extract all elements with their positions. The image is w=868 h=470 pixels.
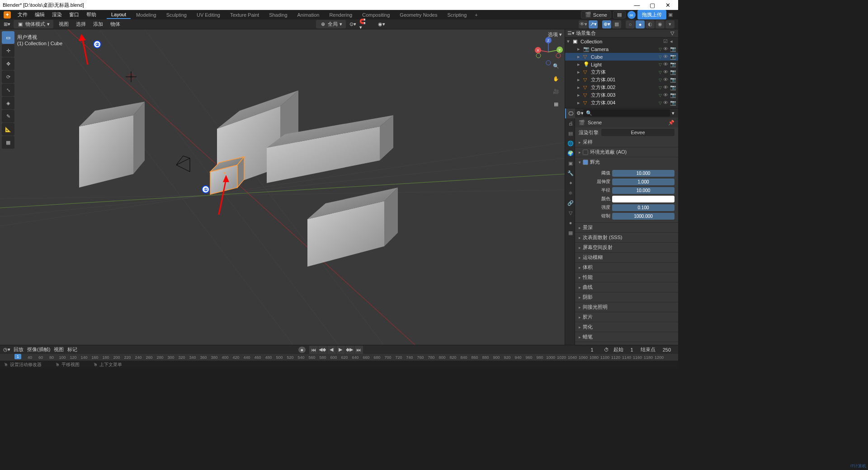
panel-2[interactable]: ▸屏幕空间反射 [575, 243, 678, 252]
panel-0[interactable]: ▸景深 [575, 223, 678, 232]
playhead[interactable]: 1 [14, 354, 21, 359]
properties-search[interactable]: 🔍 [583, 109, 670, 117]
menu-view[interactable]: 视图 [57, 20, 71, 28]
panel-11[interactable]: ▸蜡笔 [575, 332, 678, 342]
proportional-icon[interactable]: ◉▾ [378, 21, 385, 27]
outliner-item-4[interactable]: ▸▽立方体.001▽👁📷 [565, 76, 678, 84]
panel-8[interactable]: ▸间接光照明 [575, 302, 678, 312]
pivot-icon[interactable]: ⊙▾ [349, 21, 356, 27]
measure-tool[interactable]: 📐 [2, 123, 14, 136]
timeline-marker[interactable]: 标记 [67, 346, 77, 353]
timeline-keying[interactable]: 抠像(插帧) [27, 346, 50, 353]
panel-6[interactable]: ▸曲线 [575, 282, 678, 292]
perspective-toggle-icon[interactable]: ▦ [551, 99, 561, 109]
menu-add[interactable]: 添加 [91, 20, 105, 28]
wireframe-shading-icon[interactable]: ○ [626, 20, 635, 28]
auto-key-icon[interactable]: ● [298, 347, 306, 353]
panel-sampling[interactable]: ▸采样 [575, 137, 678, 147]
xray-icon[interactable]: ▩ [612, 20, 621, 28]
panel-9[interactable]: ▸胶片 [575, 312, 678, 322]
start-frame[interactable]: 1 [627, 346, 637, 353]
timeline-ruler[interactable]: 1 20406080100120140160180200220240260280… [0, 354, 678, 361]
tab-mesh-data[interactable]: ▽ [565, 208, 575, 218]
bloom-checkbox[interactable] [583, 160, 588, 165]
tab-view-layer[interactable]: ▤ [565, 128, 575, 138]
tab-object[interactable]: ▣ [565, 158, 575, 168]
maximize-button[interactable]: ▢ [645, 2, 660, 9]
filter-icon[interactable]: ▣ [668, 12, 675, 18]
annotate-tool[interactable]: ✎ [2, 110, 14, 122]
jump-start-icon[interactable]: ⏮ [309, 346, 318, 354]
outliner-item-6[interactable]: ▸▽立方体.003▽👁📷 [565, 91, 678, 99]
tab-material[interactable]: ● [565, 218, 575, 228]
timeline-playback[interactable]: 回放 [14, 346, 24, 353]
tab-sculpting[interactable]: Sculpting [162, 11, 191, 19]
panel-5[interactable]: ▸性能 [575, 273, 678, 282]
ao-checkbox[interactable] [583, 150, 588, 155]
tab-layout[interactable]: Layout [107, 11, 131, 19]
tab-rendering[interactable]: Rendering [325, 11, 357, 19]
cursor-tool[interactable]: ✛ [2, 44, 14, 57]
bloom-radius[interactable]: 10.000 [612, 187, 675, 194]
tab-render[interactable]: 🖵 [565, 108, 575, 118]
menu-render[interactable]: 渲染 [49, 10, 65, 19]
tab-uv-editing[interactable]: UV Editing [192, 11, 225, 19]
tab-constraint[interactable]: 🔗 [565, 198, 575, 208]
camera-view-icon[interactable]: 🎥 [551, 86, 561, 96]
play-icon[interactable]: ▶ [336, 346, 345, 354]
rendered-shading-icon[interactable]: ◉ [656, 20, 665, 28]
minimize-button[interactable]: — [629, 2, 645, 9]
editor-type-icon[interactable]: ⊞▾ [4, 21, 10, 27]
rotate-tool[interactable]: ⟳ [2, 70, 14, 83]
overlay-toggle-icon[interactable]: ⊕▾ [602, 20, 611, 28]
panel-4[interactable]: ▸体积 [575, 263, 678, 272]
solid-shading-icon[interactable]: ● [636, 20, 645, 28]
outliner-item-7[interactable]: ▸▽立方体.004▽👁📷 [565, 99, 678, 107]
tab-animation[interactable]: Animation [293, 11, 324, 19]
add-cube-tool[interactable]: ▦ [2, 136, 14, 149]
tab-scripting[interactable]: Scripting [443, 11, 471, 19]
outliner-icon[interactable]: ☰▾ [568, 30, 574, 36]
scene-selector[interactable]: 🎬Scene [581, 11, 611, 19]
timeline-view[interactable]: 视图 [54, 346, 64, 353]
bloom-threshold[interactable]: 10.000 [612, 170, 675, 177]
mode-selector[interactable]: ▣物体模式▾ [14, 20, 53, 28]
clock-icon[interactable]: ⏱ [604, 347, 610, 352]
3d-viewport[interactable]: 选项 ▾ ▭ ✛ ✥ ⟳ ⤡ ◈ ✎ 📐 ▦ 用户透视 (1) Collecti… [0, 29, 565, 345]
options-dropdown[interactable]: 选项 ▾ [548, 31, 562, 38]
panel-3[interactable]: ▸运动模糊 [575, 253, 678, 262]
visibility-icon[interactable]: 👁▾ [579, 20, 588, 28]
orientation-selector[interactable]: ⊕全局▾ [316, 20, 346, 28]
panel-bloom[interactable]: ▾辉光 [575, 157, 678, 167]
select-box-tool[interactable]: ▭ [2, 31, 14, 44]
material-shading-icon[interactable]: ◐ [646, 20, 655, 28]
keyframe-next-icon[interactable]: ◆▶ [345, 346, 354, 354]
pin-icon[interactable]: 📌 [668, 120, 675, 126]
outliner-item-8[interactable]: ▸▽立方体.005▽👁📷 [565, 107, 678, 108]
menu-object[interactable]: 物体 [108, 20, 122, 28]
tab-scene-props[interactable]: 🌐 [565, 138, 575, 148]
snap-icon[interactable]: 🧲▾ [359, 19, 366, 30]
tab-world[interactable]: 🌍 [565, 148, 575, 158]
menu-select[interactable]: 选择 [74, 20, 88, 28]
bloom-clamp[interactable]: 1000.000 [612, 213, 675, 220]
outliner-item-3[interactable]: ▸▽立方体▽👁📷 [565, 68, 678, 76]
current-frame[interactable]: 1 [584, 346, 599, 353]
tab-texture-paint[interactable]: Texture Paint [226, 11, 264, 19]
keyframe-prev-icon[interactable]: ◀◆ [318, 346, 327, 354]
tab-texture[interactable]: ▦ [565, 228, 575, 238]
scale-tool[interactable]: ⤡ [2, 84, 14, 96]
render-engine-selector[interactable]: Eevee [601, 129, 675, 136]
bloom-knee[interactable]: 1.000 [612, 179, 675, 185]
panel-1[interactable]: ▸次表面散射 (SSS) [575, 233, 678, 242]
menu-edit[interactable]: 编辑 [32, 10, 48, 19]
outliner-item-2[interactable]: ▸💡Light▽👁📷 [565, 61, 678, 68]
timeline-editor-icon[interactable]: ◷▾ [4, 347, 10, 352]
play-reverse-icon[interactable]: ◀ [327, 346, 336, 354]
menu-window[interactable]: 窗口 [66, 10, 82, 19]
close-button[interactable]: ✕ [660, 2, 675, 9]
bloom-color[interactable] [612, 196, 675, 202]
viewlayer-selector[interactable]: ▤ [613, 11, 626, 19]
tab-geometry-nodes[interactable]: Geometry Nodes [395, 11, 442, 19]
bloom-intensity[interactable]: 0.100 [612, 204, 675, 211]
